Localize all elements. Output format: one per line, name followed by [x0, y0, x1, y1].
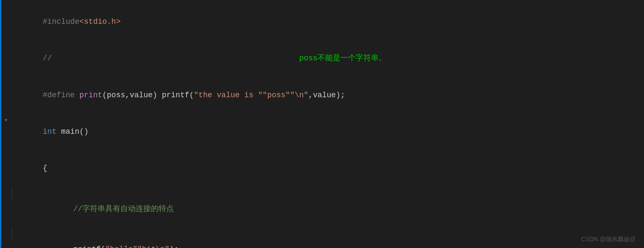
collapse-icon[interactable]: ▼ [5, 117, 7, 124]
indent-guide-6 [12, 187, 17, 199]
token: (poss,value) printf( [102, 91, 194, 99]
code-line-3: #define print(poss,value) printf("the va… [0, 77, 644, 113]
line-content-4: int main() [12, 113, 644, 150]
code-line-5: { [0, 150, 644, 187]
line-content-5: { [12, 150, 644, 187]
code-line-2: // poss不能是一个字符串。 [0, 40, 644, 76]
token: "\n" [290, 91, 308, 99]
watermark: CSDN @随风飘扬@ [581, 234, 636, 244]
code-line-4: ▼ int main() [0, 113, 644, 150]
token: { [43, 164, 47, 172]
token: //字符串具有自动连接的特点 [73, 205, 174, 213]
line-content-6: //字符串具有自动连接的特点 [17, 191, 644, 227]
code-line-1: #include<stdio.h> [0, 3, 644, 40]
token: "hello" [105, 245, 137, 248]
indent-guide-7 [12, 227, 17, 239]
gutter-4: ▼ [0, 117, 12, 124]
token: "poss" [262, 91, 290, 99]
code-line-6: //字符串具有自动连接的特点 [0, 187, 644, 227]
token: #define [43, 91, 79, 99]
line-content-3: #define print(poss,value) printf("the va… [12, 77, 644, 113]
token: #include [43, 17, 79, 26]
token: <stdio.h> [79, 17, 120, 26]
code-editor: #include<stdio.h> // poss不能是一个字符串。 #defi… [0, 0, 644, 248]
line-content-1: #include<stdio.h> [12, 3, 644, 40]
token: poss不能是一个字符串。 [299, 54, 386, 62]
code-line-7: printf("hello""bit\n"); [0, 227, 644, 248]
token: "bit\n" [137, 245, 170, 248]
token: print [79, 91, 102, 99]
token: ); [170, 245, 179, 248]
line-content-2: // poss不能是一个字符串。 [12, 40, 644, 76]
token [52, 54, 299, 62]
token: "the value is " [194, 91, 262, 99]
token-int-keyword: int [43, 127, 56, 136]
token: ,value); [308, 91, 345, 99]
token: main() [56, 127, 89, 136]
line-content-7: printf("hello""bit\n"); [17, 231, 644, 248]
token: printf( [73, 245, 106, 248]
token: // [43, 54, 52, 62]
